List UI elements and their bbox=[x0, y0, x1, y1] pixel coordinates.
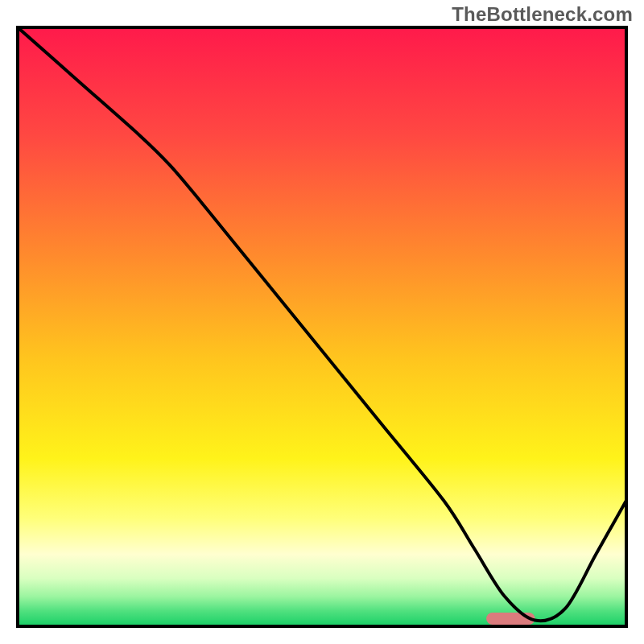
bottleneck-chart bbox=[0, 0, 644, 644]
watermark-text: TheBottleneck.com bbox=[452, 3, 633, 26]
plot-background bbox=[18, 27, 626, 626]
chart-container: { "watermark": "TheBottleneck.com", "cha… bbox=[0, 0, 644, 644]
